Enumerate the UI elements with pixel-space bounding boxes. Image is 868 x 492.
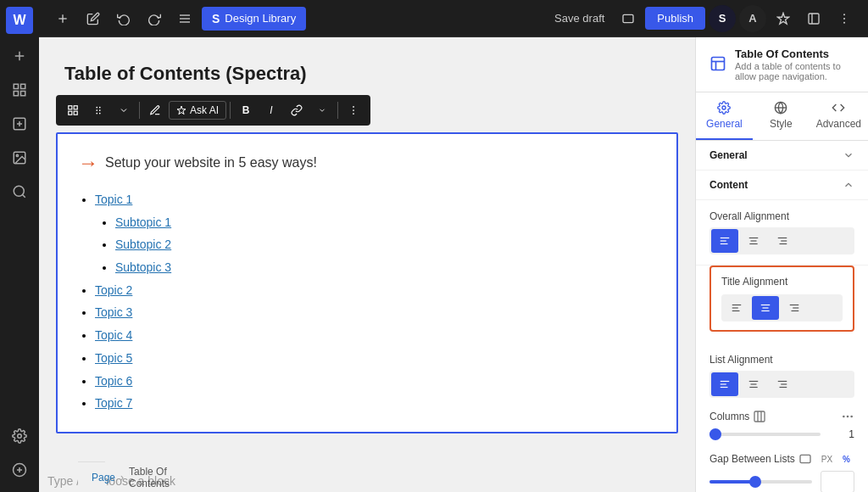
redo-button[interactable]: [141, 5, 168, 32]
panel-header-text: Table Of Contents Add a table of content…: [735, 48, 854, 81]
toc-link[interactable]: Subtopic 3: [115, 260, 171, 274]
columns-slider-track[interactable]: [709, 433, 821, 436]
list-item: Topic 1 Subtopic 1 Subtopic 2 Subtopic 3: [95, 188, 656, 279]
gap-input[interactable]: [821, 471, 854, 492]
sidebar-settings-icon[interactable]: [4, 421, 35, 451]
design-library-button[interactable]: S Design Library: [202, 7, 306, 31]
list-item: Subtopic 1: [115, 211, 656, 234]
columns-label-wrap: Columns: [709, 410, 766, 423]
more-options-button[interactable]: [342, 98, 365, 122]
breadcrumb-separator: ›: [120, 472, 124, 484]
content-section-header[interactable]: Content: [696, 171, 868, 200]
sidebar-queries-icon[interactable]: [4, 176, 35, 207]
toc-link[interactable]: Topic 3: [95, 305, 132, 319]
link-button[interactable]: [285, 98, 309, 122]
s-icon-button[interactable]: S: [709, 5, 736, 32]
undo-button[interactable]: [110, 5, 137, 32]
general-section-header[interactable]: General: [696, 141, 868, 171]
svg-rect-41: [712, 57, 725, 70]
title-align-left-button[interactable]: [723, 296, 750, 320]
svg-point-77: [847, 416, 848, 417]
right-panel: Table Of Contents Add a table of content…: [695, 37, 868, 492]
drag-handle-button[interactable]: [86, 98, 110, 122]
title-align-center-button[interactable]: [752, 296, 779, 320]
list-item: Topic 5: [95, 347, 656, 370]
a-icon-button[interactable]: A: [739, 5, 766, 32]
columns-value: 1: [829, 428, 854, 440]
toc-link[interactable]: Topic 5: [95, 351, 132, 365]
svg-point-27: [843, 21, 845, 23]
toc-link[interactable]: Subtopic 1: [115, 215, 171, 229]
list-item: Topic 6: [95, 370, 656, 393]
sparkle-button[interactable]: [770, 5, 797, 32]
overall-align-left-button[interactable]: [711, 229, 738, 253]
list-alignment-control: List Alignment: [709, 354, 854, 398]
pencil-button[interactable]: [80, 5, 107, 32]
svg-rect-31: [74, 111, 77, 115]
svg-point-35: [99, 109, 101, 111]
breadcrumb-page-link[interactable]: Page: [92, 472, 115, 484]
svg-point-79: [843, 416, 844, 417]
gap-slider-thumb[interactable]: [749, 476, 761, 488]
toc-link[interactable]: Topic 2: [95, 283, 132, 297]
sidebar-add-bottom-icon[interactable]: [4, 455, 35, 485]
publish-button[interactable]: Publish: [645, 7, 705, 30]
sidebar-media-icon[interactable]: [4, 143, 35, 173]
overall-alignment-group: [709, 227, 854, 254]
unit-percent[interactable]: %: [838, 453, 854, 466]
bold-button[interactable]: B: [234, 98, 258, 122]
columns-label: Columns: [709, 411, 749, 422]
gap-control: Gap Between Lists PX %: [709, 452, 854, 492]
wp-logo[interactable]: W: [6, 7, 33, 34]
sidebar-add-icon[interactable]: [4, 41, 35, 71]
more-button[interactable]: [171, 5, 198, 32]
toolbar-divider3: [337, 102, 338, 119]
block-chevron-button[interactable]: [112, 98, 136, 122]
panel-description: Add a table of contents to allow page na…: [735, 61, 854, 81]
columns-control: Columns 1: [709, 410, 854, 440]
left-sidebar: W: [0, 0, 39, 492]
list-item: Topic 3: [95, 301, 656, 324]
sidebar-plus-icon[interactable]: [4, 109, 35, 139]
breadcrumb-toc: Table Of Contents: [129, 466, 170, 489]
tab-advanced[interactable]: Advanced: [810, 92, 868, 140]
list-align-left-button[interactable]: [711, 372, 738, 396]
layout-button[interactable]: [800, 5, 827, 32]
toc-link[interactable]: Topic 6: [95, 374, 132, 388]
list-align-right-button[interactable]: [769, 372, 796, 396]
preview-button[interactable]: [615, 5, 642, 32]
link-chevron-button[interactable]: [310, 98, 334, 122]
toc-link[interactable]: Topic 7: [95, 396, 132, 410]
toc-link[interactable]: Topic 1: [95, 193, 132, 206]
block-title: Table of Contents (Spectra): [56, 63, 307, 85]
tab-general[interactable]: General: [696, 92, 753, 140]
overall-align-center-button[interactable]: [740, 229, 767, 253]
add-block-button[interactable]: [49, 5, 76, 32]
overall-alignment-control: Overall Alignment: [709, 210, 854, 254]
title-align-right-button[interactable]: [781, 296, 808, 320]
italic-button[interactable]: I: [259, 98, 283, 122]
gap-slider-row: [709, 471, 854, 492]
overall-align-right-button[interactable]: [769, 229, 796, 253]
toc-list: Topic 1 Subtopic 1 Subtopic 2 Subtopic 3…: [78, 188, 656, 415]
gap-slider-track[interactable]: [709, 480, 812, 484]
ask-ai-button[interactable]: Ask AI: [169, 101, 226, 120]
svg-point-26: [843, 18, 845, 20]
svg-point-11: [14, 186, 24, 196]
svg-point-44: [722, 106, 726, 109]
block-type-button[interactable]: [61, 98, 85, 122]
toc-heading: Setup your website in 5 easy ways!: [105, 155, 317, 171]
options-button[interactable]: [831, 5, 858, 32]
highlight-button[interactable]: [143, 98, 167, 122]
unit-tabs: PX %: [817, 453, 854, 466]
columns-slider-thumb[interactable]: [709, 428, 721, 440]
list-align-center-button[interactable]: [740, 372, 767, 396]
save-draft-button[interactable]: Save draft: [548, 7, 611, 30]
toc-link[interactable]: Topic 4: [95, 328, 132, 342]
sidebar-blocks-icon[interactable]: [4, 75, 35, 105]
gap-label: Gap Between Lists: [709, 453, 795, 465]
tab-style[interactable]: Style: [753, 92, 810, 140]
unit-px[interactable]: PX: [817, 453, 837, 466]
gap-label-wrap: Gap Between Lists: [709, 452, 812, 466]
toc-link[interactable]: Subtopic 2: [115, 238, 171, 251]
